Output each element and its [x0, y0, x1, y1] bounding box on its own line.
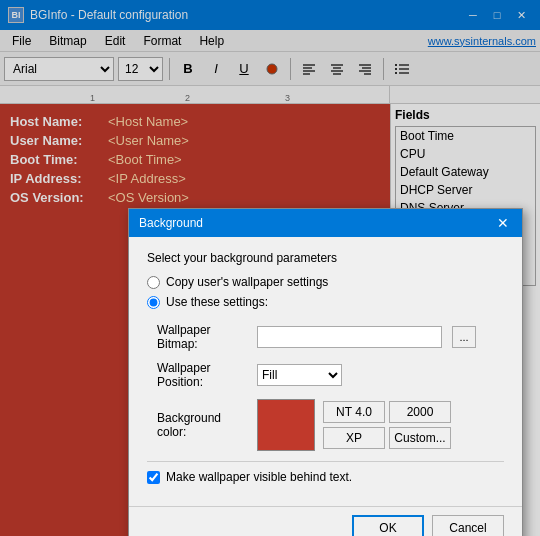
wallpaper-bitmap-input[interactable] [257, 326, 442, 348]
checkbox-row[interactable]: Make wallpaper visible behind text. [147, 461, 504, 492]
dialog-title-text: Background [139, 216, 203, 230]
wallpaper-bitmap-row: WallpaperBitmap: ... [157, 323, 504, 351]
visible-checkbox[interactable] [147, 471, 160, 484]
radio-copy[interactable] [147, 276, 160, 289]
browse-button[interactable]: ... [452, 326, 476, 348]
background-color-row: Backgroundcolor: NT 4.0 2000 XP Custom..… [157, 399, 504, 451]
radio-use-label: Use these settings: [166, 295, 268, 309]
radio-copy-label: Copy user's wallpaper settings [166, 275, 328, 289]
settings-area: WallpaperBitmap: ... WallpaperPosition: … [147, 323, 504, 451]
wallpaper-position-row: WallpaperPosition: Fill Fit Stretch Tile… [157, 361, 504, 389]
radio-use[interactable] [147, 296, 160, 309]
nt40-button[interactable]: NT 4.0 [323, 401, 385, 423]
cancel-button[interactable]: Cancel [432, 515, 504, 536]
background-dialog: Background ✕ Select your background para… [128, 208, 523, 536]
wallpaper-position-label: WallpaperPosition: [157, 361, 247, 389]
wallpaper-bitmap-label: WallpaperBitmap: [157, 323, 247, 351]
radio-use-row[interactable]: Use these settings: [147, 295, 504, 309]
position-select[interactable]: Fill Fit Stretch Tile Center [257, 364, 342, 386]
color-swatch [257, 399, 315, 451]
radio-group: Copy user's wallpaper settings Use these… [147, 275, 504, 309]
dialog-body: Select your background parameters Copy u… [129, 237, 522, 506]
dialog-close-button[interactable]: ✕ [494, 214, 512, 232]
checkbox-label: Make wallpaper visible behind text. [166, 470, 352, 484]
color-row: NT 4.0 2000 XP Custom... [257, 399, 451, 451]
dialog-section-title: Select your background parameters [147, 251, 504, 265]
background-color-label: Backgroundcolor: [157, 411, 247, 439]
color-buttons: NT 4.0 2000 XP Custom... [323, 401, 451, 449]
win2000-button[interactable]: 2000 [389, 401, 451, 423]
dialog-footer: OK Cancel [129, 506, 522, 536]
custom-button[interactable]: Custom... [389, 427, 451, 449]
dialog-title-bar: Background ✕ [129, 209, 522, 237]
xp-button[interactable]: XP [323, 427, 385, 449]
radio-copy-row[interactable]: Copy user's wallpaper settings [147, 275, 504, 289]
ok-button[interactable]: OK [352, 515, 424, 536]
